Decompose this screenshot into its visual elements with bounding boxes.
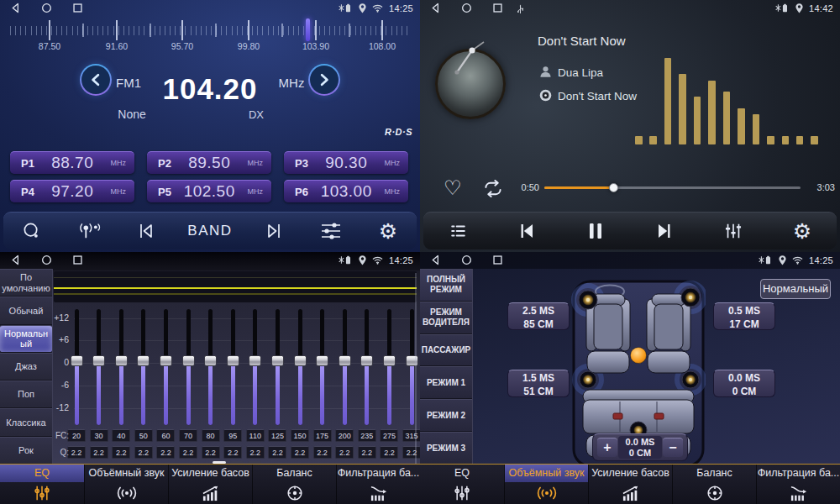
eq-band-slider-13[interactable] xyxy=(338,307,351,427)
next-track-button[interactable] xyxy=(649,216,680,246)
slider-handle[interactable] xyxy=(249,355,261,366)
delay-rear-right[interactable]: 0.0 MS 0 CM xyxy=(713,370,775,397)
tab-balance[interactable]: Баланс xyxy=(672,465,756,504)
back-button[interactable] xyxy=(430,3,441,13)
band-button[interactable]: BAND xyxy=(187,216,232,246)
tab-eq-sliders[interactable]: EQ xyxy=(0,465,84,504)
back-button[interactable] xyxy=(10,3,21,13)
tab-bass-boost[interactable]: Усиление басов xyxy=(168,465,252,504)
tab-bass-boost[interactable]: Усиление басов xyxy=(588,465,672,504)
delay-front-right[interactable]: 0.5 MS 17 CM xyxy=(713,302,775,330)
preset-unit: MHz xyxy=(248,187,264,196)
progress-track[interactable] xyxy=(544,186,801,189)
delay-rear-left[interactable]: 1.5 MS 51 CM xyxy=(507,370,570,397)
eq-band-slider-15[interactable] xyxy=(382,307,396,427)
settings-button[interactable]: ⚙ xyxy=(787,216,817,246)
home-button[interactable] xyxy=(461,3,472,13)
next-station-button[interactable] xyxy=(259,216,289,246)
previous-track-button[interactable] xyxy=(512,216,542,246)
eq-band-slider-3[interactable] xyxy=(114,307,128,427)
audio-settings-button[interactable] xyxy=(316,216,346,246)
slider-handle[interactable] xyxy=(383,355,396,366)
eq-band-slider-9[interactable] xyxy=(249,307,262,427)
total-time: 3:03 xyxy=(806,182,835,192)
mode-6[interactable]: РЕЖИМ 3 xyxy=(420,432,472,465)
eq-band-slider-10[interactable] xyxy=(270,307,284,427)
recents-button[interactable] xyxy=(492,255,503,265)
major-tick xyxy=(49,20,50,40)
eq-band-slider-4[interactable] xyxy=(137,307,150,427)
eq-band-slider-7[interactable] xyxy=(204,307,218,427)
slider-handle[interactable] xyxy=(204,355,217,366)
profile-selector-button[interactable]: Нормальный xyxy=(760,279,831,299)
tab-label: Объёмный звук xyxy=(505,465,588,482)
slider-handle[interactable] xyxy=(271,355,284,366)
mode-3[interactable]: ПАССАЖИР xyxy=(420,334,472,367)
radio-preset-P1[interactable]: P188.70MHz xyxy=(10,151,134,174)
previous-station-button[interactable] xyxy=(131,216,161,246)
mode-2[interactable]: РЕЖИМ ВОДИТЕЛЯ xyxy=(420,302,472,334)
slider-handle[interactable] xyxy=(137,355,150,366)
eq-band-slider-5[interactable] xyxy=(159,307,172,427)
eq-band-slider-11[interactable] xyxy=(293,307,307,427)
seek-up-button[interactable] xyxy=(308,64,340,96)
radio-preset-P5[interactable]: P5102.50MHz xyxy=(147,180,271,202)
band-q-value: 2.2 xyxy=(335,446,354,459)
radio-preset-P4[interactable]: P497.20MHz xyxy=(10,180,134,202)
radio-preset-P2[interactable]: P289.50MHz xyxy=(147,151,271,174)
tab-label: Фильтрация ба... xyxy=(757,465,840,482)
equalizer-button[interactable] xyxy=(718,216,748,246)
dx-mode-label[interactable]: DX xyxy=(239,108,273,121)
repeat-icon[interactable] xyxy=(480,180,506,201)
tab-filter[interactable]: Фильтрация ба... xyxy=(336,465,420,504)
slider-handle[interactable] xyxy=(316,355,328,366)
eq-band-slider-6[interactable] xyxy=(181,307,195,427)
tab-eq-sliders[interactable]: EQ xyxy=(420,465,504,504)
radio-toolbar: BAND ⚙ xyxy=(3,212,417,249)
preset-number: P4 xyxy=(21,186,34,198)
visualizer-bar xyxy=(796,136,804,144)
slider-handle[interactable] xyxy=(71,355,83,366)
mode-1[interactable]: ПОЛНЫЙ РЕЖИМ xyxy=(420,269,472,302)
eq-band-slider-2[interactable] xyxy=(92,307,106,427)
eq-band-slider-1[interactable] xyxy=(70,307,83,427)
slider-handle[interactable] xyxy=(227,355,239,366)
slider-handle[interactable] xyxy=(160,355,172,366)
slider-handle[interactable] xyxy=(115,355,128,366)
tab-surround-sound[interactable]: Объёмный звук xyxy=(84,465,168,504)
scan-button[interactable] xyxy=(17,216,47,246)
decrease-delay-button[interactable]: − xyxy=(663,438,683,457)
delay-front-left[interactable]: 2.5 MS 85 CM xyxy=(507,302,570,330)
mode-5[interactable]: РЕЖИМ 2 xyxy=(420,399,472,432)
scale-label: 95.70 xyxy=(161,41,203,51)
back-button[interactable] xyxy=(430,255,441,265)
recents-button[interactable] xyxy=(492,3,503,13)
broadcast-button[interactable] xyxy=(74,216,104,246)
tab-surround-sound[interactable]: Объёмный звук xyxy=(504,465,588,504)
tuning-pointer[interactable] xyxy=(306,18,310,41)
slider-handle[interactable] xyxy=(294,355,307,366)
settings-button[interactable]: ⚙ xyxy=(373,216,403,246)
home-button[interactable] xyxy=(41,3,52,13)
slider-handle[interactable] xyxy=(360,355,373,366)
home-button[interactable] xyxy=(461,255,472,265)
favorite-heart-icon[interactable]: ♡ xyxy=(444,176,462,200)
slider-handle[interactable] xyxy=(92,355,105,366)
tuning-scale[interactable] xyxy=(10,20,410,40)
radio-preset-P6[interactable]: P6103.00MHz xyxy=(284,180,408,202)
increase-delay-button[interactable]: + xyxy=(597,438,617,457)
music-player-screen: 14:42 Don't Start Now Dua Lipa Don't Sta… xyxy=(420,0,840,252)
pause-button[interactable] xyxy=(580,216,611,246)
slider-handle[interactable] xyxy=(339,355,351,366)
eq-band-slider-12[interactable] xyxy=(316,307,329,427)
slider-handle[interactable] xyxy=(182,355,195,366)
mode-4[interactable]: РЕЖИМ 1 xyxy=(420,366,472,399)
playlist-button[interactable] xyxy=(443,216,473,246)
eq-band-slider-8[interactable] xyxy=(226,307,239,427)
eq-band-slider-14[interactable] xyxy=(360,307,374,427)
tab-filter[interactable]: Фильтрация ба... xyxy=(756,465,840,504)
progress-thumb[interactable] xyxy=(609,183,618,192)
recents-button[interactable] xyxy=(72,3,83,13)
radio-preset-P3[interactable]: P390.30MHz xyxy=(284,151,408,174)
tab-balance[interactable]: Баланс xyxy=(252,465,336,504)
